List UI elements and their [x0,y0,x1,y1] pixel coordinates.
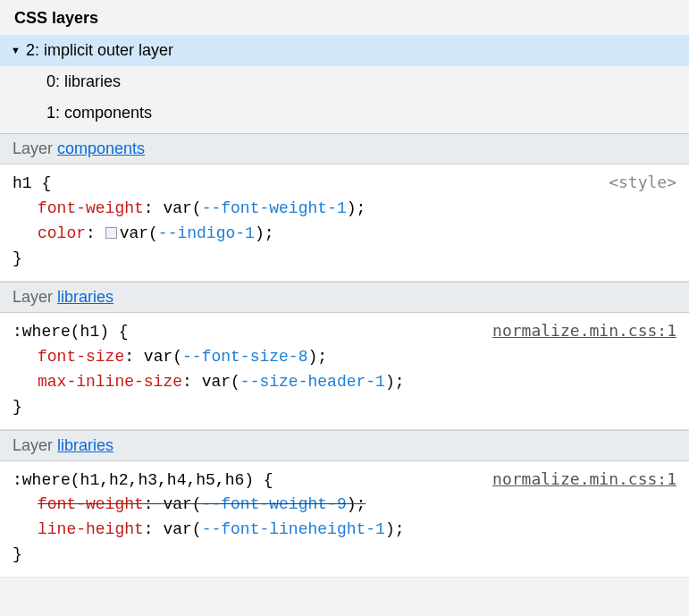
css-variable: --font-size-8 [182,348,307,366]
func-open: var( [163,495,201,513]
rule-source[interactable]: <style> [609,170,676,195]
func-close: ); [307,348,327,366]
property-name: font-weight [38,495,144,513]
selector[interactable]: :where(h1,h2,h3,h4,h5,h6) [13,471,254,489]
disclosure-triangle-icon[interactable]: ▼ [11,43,21,59]
declaration[interactable]: font-size: var(--font-size-8); [13,345,676,370]
property-name: max-inline-size [38,373,182,391]
close-brace: } [13,249,22,267]
func-open: var( [163,520,201,538]
declaration[interactable]: color: var(--indigo-1); [13,222,676,247]
close-brace: } [13,398,22,416]
close-brace: } [13,545,22,563]
layer-label: Layer [13,139,53,157]
css-layers-panel: CSS layers ▼ 2: implicit outer layer 0: … [0,0,689,578]
css-rule: :where(h1) { normalize.min.css:1 font-si… [0,313,689,430]
func-open: var( [163,199,201,217]
tree-root-label: 2: implicit outer layer [26,38,173,63]
css-variable: --font-lineheight-1 [202,520,385,538]
layers-tree: ▼ 2: implicit outer layer 0: libraries 1… [0,35,689,133]
layer-link[interactable]: libraries [57,288,113,306]
property-name: color [38,224,86,242]
layer-link[interactable]: libraries [57,436,113,454]
css-variable: --font-weight-9 [202,495,347,513]
tree-item[interactable]: 0: libraries [0,66,689,97]
color-swatch-icon[interactable] [105,227,117,239]
layer-label: Layer [13,288,53,306]
declaration[interactable]: font-weight: var(--font-weight-1); [13,197,676,222]
tree-root-row[interactable]: ▼ 2: implicit outer layer [0,35,689,66]
declaration-overridden[interactable]: font-weight: var(--font-weight-9); [13,493,676,518]
css-rule: h1 { <style> font-weight: var(--font-wei… [0,165,689,282]
panel-title: CSS layers [0,0,689,35]
tree-item[interactable]: 1: components [0,97,689,129]
layer-header: Layer libraries [0,430,689,461]
css-variable: --indigo-1 [158,224,255,242]
func-close: ); [385,373,405,391]
declaration[interactable]: max-inline-size: var(--size-header-1); [13,370,676,395]
func-open: var( [120,224,158,242]
func-open: var( [202,373,240,391]
property-name: line-height [38,520,144,538]
func-close: ); [347,495,366,513]
layer-header: Layer components [0,133,689,165]
selector[interactable]: :where(h1) [13,323,109,341]
open-brace: { [41,174,51,192]
func-close: ); [347,199,366,217]
layer-header: Layer libraries [0,282,689,313]
css-variable: --font-weight-1 [202,199,347,217]
css-rule: :where(h1,h2,h3,h4,h5,h6) { normalize.mi… [0,461,689,578]
selector[interactable]: h1 [13,174,32,192]
open-brace: { [264,471,273,489]
tree-item-label: 1: components [46,100,152,126]
open-brace: { [119,323,129,341]
func-close: ); [255,224,274,242]
css-variable: --size-header-1 [240,373,385,391]
property-name: font-size [38,348,124,366]
layer-link[interactable]: components [57,139,145,157]
rule-source-link[interactable]: normalize.min.css:1 [492,467,676,492]
layer-label: Layer [13,436,53,454]
property-name: font-weight [38,199,144,217]
tree-item-label: 0: libraries [46,69,121,95]
func-open: var( [144,348,182,366]
rule-source-link[interactable]: normalize.min.css:1 [492,318,676,343]
declaration[interactable]: line-height: var(--font-lineheight-1); [13,518,676,543]
func-close: ); [385,520,405,538]
